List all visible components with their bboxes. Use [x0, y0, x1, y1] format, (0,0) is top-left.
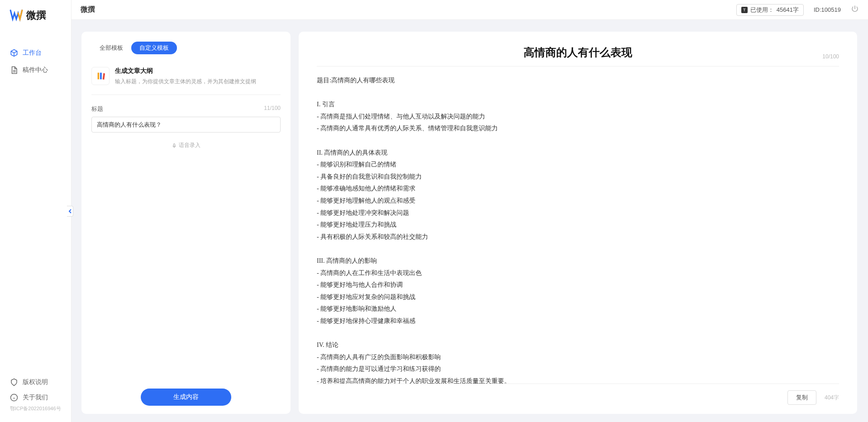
- power-icon: [851, 5, 859, 13]
- template-tabs: 全部模板 自定义模板: [91, 42, 281, 54]
- sidebar: 微撰 工作台 稿件中心 版权说明: [0, 0, 72, 422]
- nav-label: 稿件中心: [23, 66, 48, 74]
- usage-pill[interactable]: T 已使用： 45641字: [736, 4, 804, 16]
- cube-icon: [10, 49, 18, 57]
- usage-value: 45641字: [777, 6, 799, 14]
- nav-label: 工作台: [23, 49, 42, 57]
- sidebar-footer: 版权说明 关于我们 鄂ICP备2022016946号: [0, 370, 71, 422]
- page-title: 微撰: [81, 5, 95, 14]
- svg-rect-1: [174, 143, 175, 146]
- document-title-count: 10/100: [822, 53, 839, 60]
- usage-label: 已使用：: [750, 6, 774, 14]
- logo-text: 微撰: [26, 9, 46, 22]
- title-char-count: 11/100: [264, 105, 281, 113]
- voice-input-button[interactable]: 语音录入: [91, 142, 281, 149]
- nav-label: 关于我们: [23, 394, 48, 402]
- chevron-left-icon: [68, 209, 72, 213]
- nav-label: 版权说明: [23, 378, 48, 386]
- power-button[interactable]: [851, 5, 859, 14]
- output-panel: 高情商的人有什么表现 10/100 题目:高情商的人有哪些表现 I. 引言 - …: [299, 32, 857, 414]
- sidebar-collapse-toggle[interactable]: [67, 206, 73, 217]
- document-body[interactable]: 题目:高情商的人有哪些表现 I. 引言 - 高情商是指人们处理情绪、与他人互动以…: [317, 75, 839, 384]
- template-desc: 输入标题，为你提供文章主体的灵感，并为其创建推文提纲: [115, 78, 256, 85]
- info-icon: [10, 394, 18, 402]
- template-title: 生成文章大纲: [115, 67, 256, 75]
- mic-icon: [172, 143, 177, 148]
- generate-button[interactable]: 生成内容: [141, 389, 231, 406]
- template-icon: [91, 67, 110, 85]
- icp-text: 鄂ICP备2022016946号: [0, 405, 71, 417]
- tab-all-templates[interactable]: 全部模板: [91, 42, 131, 54]
- main-area: 微撰 T 已使用： 45641字 ID:100519 全部模板: [72, 0, 868, 422]
- template-info: 生成文章大纲 输入标题，为你提供文章主体的灵感，并为其创建推文提纲: [91, 64, 281, 95]
- nav-workspace[interactable]: 工作台: [0, 44, 71, 62]
- document-icon: [10, 66, 18, 74]
- document-title: 高情商的人有什么表现: [317, 45, 839, 60]
- shield-icon: [10, 378, 18, 386]
- user-id: ID:100519: [814, 6, 841, 13]
- copy-button[interactable]: 复制: [787, 390, 816, 405]
- word-count: 404字: [825, 394, 839, 402]
- title-field-label: 标题: [91, 105, 103, 113]
- tab-custom-templates[interactable]: 自定义模板: [131, 42, 177, 54]
- nav-copyright[interactable]: 版权说明: [0, 375, 71, 390]
- text-badge-icon: T: [741, 7, 748, 13]
- template-panel: 全部模板 自定义模板 生成文章大纲 输入标题，为你提供文章主体的灵感，并为其创建…: [81, 32, 291, 414]
- title-input[interactable]: [91, 117, 281, 133]
- sidebar-nav: 工作台 稿件中心: [0, 31, 71, 370]
- nav-drafts[interactable]: 稿件中心: [0, 62, 71, 79]
- nav-about[interactable]: 关于我们: [0, 390, 71, 405]
- logo-icon: [9, 8, 24, 23]
- logo[interactable]: 微撰: [0, 0, 71, 31]
- topbar: 微撰 T 已使用： 45641字 ID:100519: [72, 0, 868, 20]
